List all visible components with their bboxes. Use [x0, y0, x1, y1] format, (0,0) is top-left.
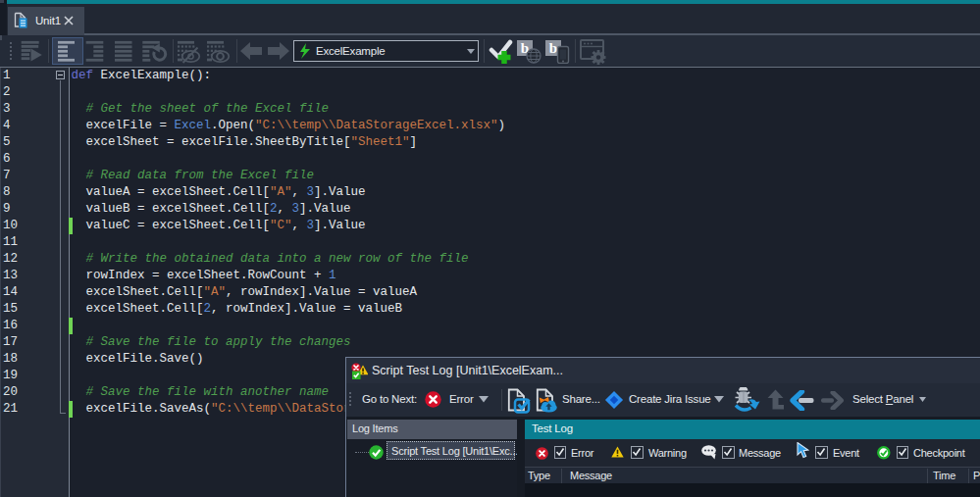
svg-text:b: b [549, 40, 557, 56]
